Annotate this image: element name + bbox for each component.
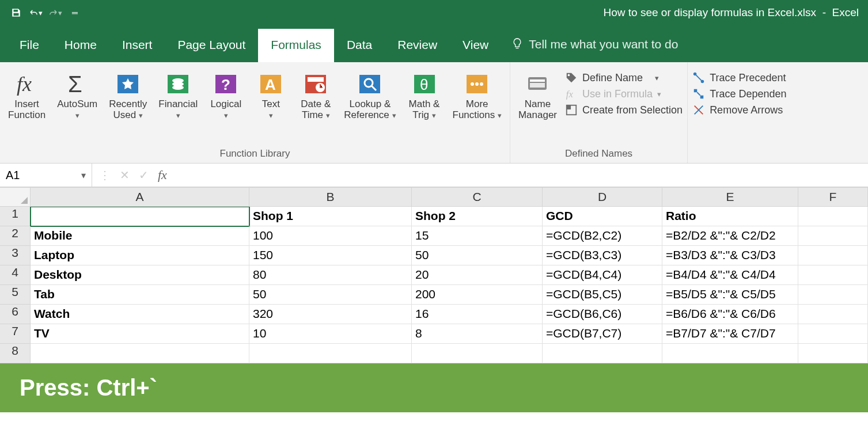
financial-button[interactable]: Financial▾	[155, 69, 201, 123]
trace-dependents-button[interactable]: Trace Dependen	[692, 88, 786, 100]
cell[interactable]: 320	[249, 305, 412, 324]
cell[interactable]: 15	[412, 226, 543, 246]
use-in-formula-button[interactable]: fx Use in Formula ▾	[565, 88, 683, 100]
cell[interactable]: 10	[249, 324, 412, 344]
row-header[interactable]: 2	[0, 226, 31, 246]
cell[interactable]: =B7/D7 &":"& C7/D7	[662, 324, 798, 344]
cell[interactable]: Watch	[31, 305, 249, 324]
cell[interactable]: Mobile	[31, 226, 249, 246]
cell[interactable]: Shop 2	[412, 207, 543, 226]
cell[interactable]: Ratio	[662, 207, 798, 226]
date-time-button[interactable]: Date & Time ▾	[295, 69, 336, 123]
cancel-formula-button[interactable]: ✕	[120, 168, 130, 182]
tab-formulas[interactable]: Formulas	[258, 29, 334, 62]
tab-data[interactable]: Data	[334, 29, 385, 62]
cell[interactable]: 8	[412, 324, 543, 344]
cell[interactable]	[798, 285, 868, 305]
cell[interactable]: Tab	[31, 285, 249, 305]
cell[interactable]: 100	[249, 226, 412, 246]
lookup-reference-button[interactable]: Lookup & Reference ▾	[340, 69, 399, 123]
cell[interactable]	[31, 207, 249, 226]
logical-button[interactable]: ? Logical▾	[206, 69, 246, 123]
cell[interactable]	[543, 344, 662, 363]
undo-button[interactable]: ▾	[29, 6, 43, 20]
recently-used-button[interactable]: Recently Used ▾	[105, 69, 150, 123]
cell[interactable]: 80	[249, 265, 412, 285]
cell[interactable]: 50	[249, 285, 412, 305]
autosum-button[interactable]: Σ AutoSum▾	[54, 69, 101, 123]
cell[interactable]: 16	[412, 305, 543, 324]
cell[interactable]: =B3/D3 &":"& C3/D3	[662, 246, 798, 265]
cell[interactable]	[249, 344, 412, 363]
remove-arrows-button[interactable]: Remove Arrows	[692, 104, 786, 116]
name-box[interactable]: ▾	[0, 164, 92, 187]
cell[interactable]: =GCD(B6,C6)	[543, 305, 662, 324]
insert-function-button[interactable]: fx Insert Function	[5, 69, 49, 123]
math-trig-button[interactable]: θ Math & Trig ▾	[404, 69, 445, 123]
cell[interactable]: GCD	[543, 207, 662, 226]
tab-review[interactable]: Review	[385, 29, 450, 62]
define-name-button[interactable]: Define Name ▾	[565, 71, 683, 84]
cell[interactable]: 150	[249, 246, 412, 265]
spreadsheet-grid[interactable]: ABCDEF1Shop 1Shop 2GCDRatio2Mobile10015=…	[0, 188, 868, 363]
cell[interactable]: =B4/D4 &":"& C4/D4	[662, 265, 798, 285]
cell[interactable]	[798, 207, 868, 226]
cell[interactable]	[798, 344, 868, 363]
row-header[interactable]: 8	[0, 344, 31, 363]
cell[interactable]: =GCD(B7,C7)	[543, 324, 662, 344]
cell[interactable]: Desktop	[31, 265, 249, 285]
row-header[interactable]: 7	[0, 324, 31, 344]
cell[interactable]	[412, 344, 543, 363]
tab-home[interactable]: Home	[52, 29, 109, 62]
formula-input[interactable]	[174, 164, 868, 187]
save-button[interactable]	[9, 6, 23, 20]
column-header[interactable]: F	[798, 188, 868, 207]
cell[interactable]	[662, 344, 798, 363]
cell[interactable]: TV	[31, 324, 249, 344]
row-header[interactable]: 1	[0, 207, 31, 226]
cell[interactable]: Laptop	[31, 246, 249, 265]
tell-me-search[interactable]: Tell me what you want to do	[501, 37, 688, 62]
cell[interactable]: 200	[412, 285, 543, 305]
cell[interactable]: =GCD(B4,C4)	[543, 265, 662, 285]
trace-precedents-button[interactable]: Trace Precedent	[692, 71, 786, 84]
column-header[interactable]: B	[249, 188, 412, 207]
name-manager-button[interactable]: Name Manager	[515, 69, 560, 123]
cell[interactable]: =B2/D2 &":"& C2/D2	[662, 226, 798, 246]
cell[interactable]: =GCD(B3,C3)	[543, 246, 662, 265]
row-header[interactable]: 5	[0, 285, 31, 305]
cell[interactable]	[798, 265, 868, 285]
create-from-selection-button[interactable]: Create from Selection	[565, 104, 683, 116]
text-button[interactable]: A Text▾	[251, 69, 291, 123]
tab-page-layout[interactable]: Page Layout	[165, 29, 258, 62]
cell[interactable]: =B5/D5 &":"& C5/D5	[662, 285, 798, 305]
cell[interactable]: =GCD(B2,C2)	[543, 226, 662, 246]
column-header[interactable]: A	[31, 188, 249, 207]
tab-insert[interactable]: Insert	[109, 29, 165, 62]
cell[interactable]: Shop 1	[249, 207, 412, 226]
cell[interactable]	[798, 246, 868, 265]
cell[interactable]	[31, 344, 249, 363]
cell[interactable]	[798, 324, 868, 344]
name-box-input[interactable]	[0, 169, 63, 182]
enter-formula-button[interactable]: ✓	[139, 168, 149, 182]
fx-insert-button[interactable]: fx	[158, 168, 167, 183]
tab-file[interactable]: File	[7, 29, 52, 62]
name-box-dropdown[interactable]: ▾	[63, 170, 92, 181]
cell[interactable]: 20	[412, 265, 543, 285]
row-header[interactable]: 3	[0, 246, 31, 265]
qat-customize-button[interactable]: ═	[68, 6, 82, 20]
column-header[interactable]: C	[412, 188, 543, 207]
redo-button[interactable]: ▾	[48, 6, 62, 20]
column-header[interactable]: D	[543, 188, 662, 207]
cell[interactable]: 50	[412, 246, 543, 265]
row-header[interactable]: 4	[0, 265, 31, 285]
cell[interactable]	[798, 305, 868, 324]
cell[interactable]: =B6/D6 &":"& C6/D6	[662, 305, 798, 324]
select-all-corner[interactable]	[0, 188, 31, 207]
column-header[interactable]: E	[662, 188, 798, 207]
tab-view[interactable]: View	[450, 29, 501, 62]
cell[interactable]: =GCD(B5,C5)	[543, 285, 662, 305]
cell[interactable]	[798, 226, 868, 246]
more-functions-button[interactable]: More Functions ▾	[449, 69, 505, 123]
